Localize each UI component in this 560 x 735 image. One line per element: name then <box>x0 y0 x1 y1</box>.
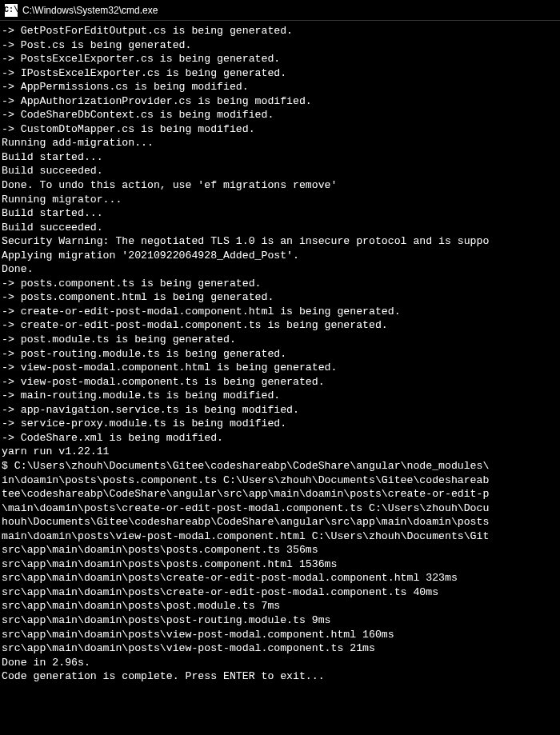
terminal-line: Build succeeded. <box>2 164 558 178</box>
terminal-line: Running add-migration... <box>2 136 558 150</box>
terminal-line: in\doamin\posts\posts.component.ts C:\Us… <box>2 473 558 488</box>
terminal-line: -> PostsExcelExporter.cs is being genera… <box>2 52 558 66</box>
terminal-line: src\app\main\doamin\posts\post.module.ts… <box>2 599 558 613</box>
terminal-line: Applying migration '20210922064928_Added… <box>2 249 558 263</box>
terminal-line: -> CodeShareDbContext.cs is being modifi… <box>2 108 558 122</box>
terminal-line: src\app\main\doamin\posts\view-post-moda… <box>2 628 558 642</box>
terminal-line: Code generation is complete. Press ENTER… <box>2 669 558 684</box>
terminal-line: src\app\main\doamin\posts\post-routing.m… <box>2 613 558 628</box>
terminal-line: -> Post.cs is being generated. <box>2 38 558 53</box>
terminal-line: Build started... <box>2 206 558 221</box>
terminal-line: Build succeeded. <box>2 221 558 235</box>
terminal-line: -> post-routing.module.ts is being gener… <box>2 347 558 362</box>
cmd-icon: C:\ <box>5 4 18 17</box>
terminal-line: -> posts.component.ts is being generated… <box>2 277 558 291</box>
terminal-line: Done. <box>2 262 558 277</box>
terminal-line: -> service-proxy.module.ts is being modi… <box>2 417 558 431</box>
terminal-line: -> main-routing.module.ts is being modif… <box>2 389 558 403</box>
terminal-line: src\app\main\doamin\posts\posts.componen… <box>2 557 558 572</box>
terminal-line: -> GetPostForEditOutput.cs is being gene… <box>2 24 558 38</box>
terminal-line: Running migrator... <box>2 193 558 207</box>
terminal-output[interactable]: -> GetPostForEditOutput.cs is being gene… <box>0 21 560 687</box>
terminal-line: -> view-post-modal.component.html is bei… <box>2 361 558 375</box>
terminal-line: tee\codeshareabp\CodeShare\angular\src\a… <box>2 487 558 501</box>
terminal-line: houh\Documents\Gitee\codeshareabp\CodeSh… <box>2 515 558 529</box>
terminal-line: -> IPostsExcelExporter.cs is being gener… <box>2 66 558 81</box>
terminal-line: Done in 2.96s. <box>2 656 558 670</box>
terminal-line: -> view-post-modal.component.ts is being… <box>2 375 558 389</box>
terminal-line: src\app\main\doamin\posts\view-post-moda… <box>2 641 558 656</box>
window-title: C:\Windows\System32\cmd.exe <box>22 5 158 16</box>
terminal-line: -> create-or-edit-post-modal.component.h… <box>2 305 558 319</box>
terminal-line: src\app\main\doamin\posts\posts.componen… <box>2 543 558 557</box>
terminal-line: yarn run v1.22.11 <box>2 445 558 459</box>
window-titlebar[interactable]: C:\ C:\Windows\System32\cmd.exe <box>0 0 560 21</box>
terminal-line: -> CodeShare.xml is being modified. <box>2 431 558 445</box>
terminal-line: -> posts.component.html is being generat… <box>2 290 558 305</box>
terminal-line: Done. To undo this action, use 'ef migra… <box>2 178 558 193</box>
terminal-line: $ C:\Users\zhouh\Documents\Gitee\codesha… <box>2 459 558 473</box>
terminal-line: -> AppPermissions.cs is being modified. <box>2 80 558 94</box>
terminal-line: -> post.module.ts is being generated. <box>2 333 558 347</box>
terminal-line: src\app\main\doamin\posts\create-or-edit… <box>2 585 558 600</box>
terminal-line: src\app\main\doamin\posts\create-or-edit… <box>2 571 558 585</box>
terminal-line: Build started... <box>2 150 558 165</box>
terminal-line: Security Warning: The negotiated TLS 1.0… <box>2 234 558 249</box>
terminal-line: \main\doamin\posts\create-or-edit-post-m… <box>2 501 558 516</box>
terminal-line: main\doamin\posts\view-post-modal.compon… <box>2 529 558 544</box>
terminal-line: -> app-navigation.service.ts is being mo… <box>2 403 558 417</box>
terminal-line: -> create-or-edit-post-modal.component.t… <box>2 318 558 333</box>
terminal-line: -> AppAuthorizationProvider.cs is being … <box>2 94 558 109</box>
terminal-line: -> CustomDtoMapper.cs is being modified. <box>2 122 558 137</box>
